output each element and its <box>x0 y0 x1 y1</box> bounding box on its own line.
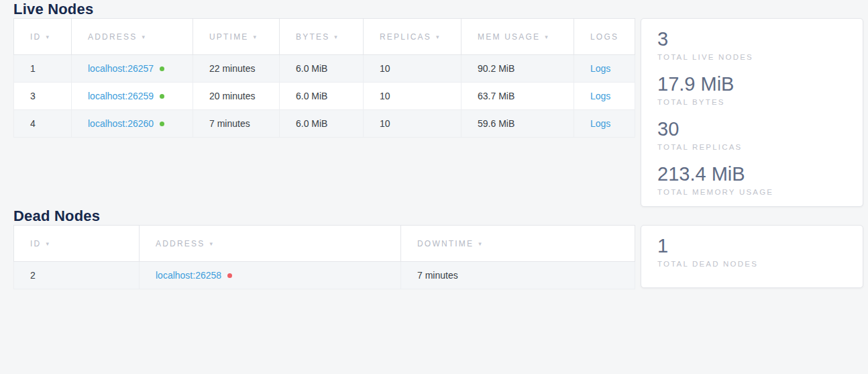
cell-uptime: 7 minutes <box>193 110 280 138</box>
live-table-header-row: ID▾ ADDRESS▾ UPTIME▾ BYTES▾ REPLICAS▾ ME… <box>14 19 635 55</box>
column-header-id[interactable]: ID▾ <box>14 19 72 55</box>
summary-stat-total-memory-usage: 213.4 MiB TOTAL MEMORY USAGE <box>657 162 847 196</box>
column-header-replicas[interactable]: REPLICAS▾ <box>364 19 462 55</box>
logs-link[interactable]: Logs <box>590 91 610 101</box>
live-nodes-table: ID▾ ADDRESS▾ UPTIME▾ BYTES▾ REPLICAS▾ ME… <box>13 18 635 138</box>
dead-table-header-row: ID▾ ADDRESS▾ DOWNTIME▾ <box>14 226 635 262</box>
summary-stat-total-dead-nodes: 1 TOTAL DEAD NODES <box>657 234 847 268</box>
cell-logs: Logs <box>574 83 635 110</box>
node-address-link[interactable]: localhost:26259 <box>88 91 154 101</box>
cell-node-address: localhost:26257 <box>72 55 193 83</box>
cell-uptime: 22 minutes <box>193 55 280 83</box>
stat-value: 1 <box>657 234 847 257</box>
table-row: 1 localhost:26257 22 minutes 6.0 MiB 10 … <box>14 55 635 83</box>
column-header-label: ADDRESS <box>88 32 137 42</box>
cell-replicas: 10 <box>364 110 462 138</box>
sort-arrow-icon: ▾ <box>209 240 214 247</box>
dead-nodes-section: Dead Nodes ID▾ ADDRESS▾ DOWNTIME▾ 2 loc <box>13 207 868 289</box>
node-address-link[interactable]: localhost:26260 <box>88 118 154 129</box>
column-header-downtime[interactable]: DOWNTIME▾ <box>401 226 635 262</box>
column-header-address[interactable]: ADDRESS▾ <box>140 226 401 262</box>
stat-value: 17.9 MiB <box>657 73 847 95</box>
cell-node-address: localhost:26260 <box>72 110 193 138</box>
cell-mem-usage: 63.7 MiB <box>462 83 574 110</box>
sort-arrow-icon: ▾ <box>334 34 339 40</box>
live-status-icon <box>160 122 164 126</box>
column-header-bytes[interactable]: BYTES▾ <box>280 19 364 55</box>
live-status-icon <box>160 66 164 71</box>
cell-logs: Logs <box>574 110 635 138</box>
live-summary-card: 3 TOTAL LIVE NODES 17.9 MiB TOTAL BYTES … <box>641 18 863 207</box>
cell-node-id: 2 <box>14 262 140 289</box>
cell-node-id: 1 <box>14 55 72 83</box>
logs-link[interactable]: Logs <box>590 63 610 74</box>
column-header-uptime[interactable]: UPTIME▾ <box>193 19 280 55</box>
table-row: 2 localhost:26258 7 minutes <box>14 262 635 289</box>
node-address-link[interactable]: localhost:26257 <box>88 63 154 74</box>
live-status-icon <box>160 94 164 99</box>
column-header-label: MEM USAGE <box>478 32 540 42</box>
cell-node-address: localhost:26258 <box>140 262 401 289</box>
stat-value: 30 <box>657 118 847 140</box>
cell-replicas: 10 <box>364 83 462 110</box>
cell-node-id: 3 <box>14 83 72 110</box>
column-header-label: BYTES <box>296 32 329 42</box>
column-header-address[interactable]: ADDRESS▾ <box>72 19 193 55</box>
cell-downtime: 7 minutes <box>401 262 635 289</box>
node-address-link[interactable]: localhost:26258 <box>156 270 221 281</box>
live-nodes-title: Live Nodes <box>13 0 868 18</box>
cell-bytes: 6.0 MiB <box>280 83 364 110</box>
cell-node-address: localhost:26259 <box>72 83 193 110</box>
stat-label: TOTAL LIVE NODES <box>657 53 847 61</box>
stat-value: 3 <box>657 28 847 50</box>
logs-link[interactable]: Logs <box>590 118 610 129</box>
stat-value: 213.4 MiB <box>657 162 847 185</box>
column-header-label: LOGS <box>590 32 618 42</box>
cluster-overview-page: Live Nodes ID▾ ADDRESS▾ UPTIME▾ BYTES▾ R… <box>0 0 868 289</box>
summary-stat-total-replicas: 30 TOTAL REPLICAS <box>657 118 847 151</box>
cell-logs: Logs <box>574 55 635 83</box>
column-header-label: ID <box>30 32 41 42</box>
table-row: 3 localhost:26259 20 minutes 6.0 MiB 10 … <box>14 83 635 110</box>
cell-bytes: 6.0 MiB <box>280 55 364 83</box>
summary-stat-total-live-nodes: 3 TOTAL LIVE NODES <box>657 28 847 61</box>
stat-label: TOTAL REPLICAS <box>657 143 847 151</box>
column-header-label: ID <box>30 239 41 248</box>
sort-arrow-icon: ▾ <box>254 34 258 40</box>
cell-mem-usage: 90.2 MiB <box>462 55 574 83</box>
column-header-logs: LOGS <box>574 19 635 55</box>
sort-arrow-icon: ▾ <box>46 240 50 247</box>
live-nodes-section: Live Nodes ID▾ ADDRESS▾ UPTIME▾ BYTES▾ R… <box>13 0 868 207</box>
dead-status-icon <box>227 273 232 278</box>
stat-label: TOTAL MEMORY USAGE <box>657 188 847 196</box>
cell-replicas: 10 <box>364 55 462 83</box>
column-header-mem-usage[interactable]: MEM USAGE▾ <box>462 19 574 55</box>
dead-nodes-table: ID▾ ADDRESS▾ DOWNTIME▾ 2 localhost:26258… <box>13 225 635 289</box>
sort-arrow-icon: ▾ <box>142 34 146 40</box>
column-header-label: UPTIME <box>209 32 249 42</box>
cell-uptime: 20 minutes <box>193 83 280 110</box>
cell-mem-usage: 59.6 MiB <box>462 110 574 138</box>
sort-arrow-icon: ▾ <box>436 34 441 40</box>
column-header-label: REPLICAS <box>380 32 431 42</box>
summary-stat-total-bytes: 17.9 MiB TOTAL BYTES <box>657 73 847 106</box>
table-row: 4 localhost:26260 7 minutes 6.0 MiB 10 5… <box>14 110 635 138</box>
stat-label: TOTAL BYTES <box>657 98 847 106</box>
sort-arrow-icon: ▾ <box>46 34 50 40</box>
cell-node-id: 4 <box>14 110 72 138</box>
cell-bytes: 6.0 MiB <box>280 110 364 138</box>
column-header-label: ADDRESS <box>156 239 205 248</box>
dead-nodes-title: Dead Nodes <box>13 207 868 225</box>
stat-label: TOTAL DEAD NODES <box>657 260 847 268</box>
column-header-id[interactable]: ID▾ <box>14 226 140 262</box>
sort-arrow-icon: ▾ <box>478 240 483 247</box>
dead-summary-card: 1 TOTAL DEAD NODES <box>641 225 863 288</box>
column-header-label: DOWNTIME <box>417 239 474 248</box>
sort-arrow-icon: ▾ <box>545 34 549 40</box>
